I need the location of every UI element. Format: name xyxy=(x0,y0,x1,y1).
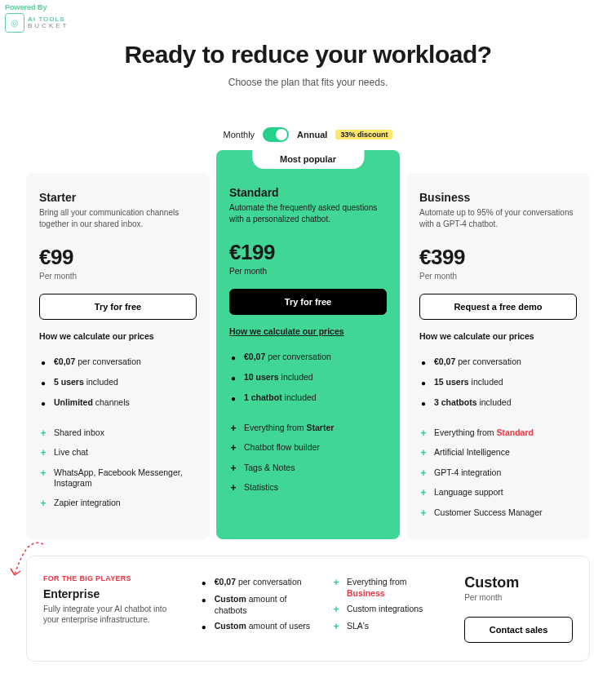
plan-price: €99 xyxy=(39,245,197,270)
contact-sales-button[interactable]: Contact sales xyxy=(464,617,573,643)
stat-item: ●€0,07 per conversation xyxy=(39,352,197,373)
plan-name: Starter xyxy=(39,191,197,204)
calc-link[interactable]: How we calculate our prices xyxy=(229,326,387,336)
feature-item: +Everything from Business xyxy=(332,574,446,601)
feature-item: +Customer Success Manager xyxy=(419,503,577,523)
robot-icon: ◎ xyxy=(5,13,24,33)
page-title: Ready to reduce your workload? xyxy=(26,41,590,69)
stat-item: ●€0,07 per conversation xyxy=(229,348,387,368)
stat-item: ●15 users included xyxy=(419,373,577,393)
try-free-button[interactable]: Try for free xyxy=(229,289,387,315)
plan-period: Per month xyxy=(464,593,573,602)
stat-item: ●€0,07 per conversation xyxy=(419,352,577,373)
stat-item: ●3 chatbots included xyxy=(419,393,577,414)
popular-badge: Most popular xyxy=(252,149,364,169)
calc-link[interactable]: How we calculate our prices xyxy=(419,331,577,341)
calc-link[interactable]: How we calculate our prices xyxy=(39,331,197,341)
enterprise-price: Custom xyxy=(464,574,573,591)
plan-desc: Fully integrate your AI chatbot into you… xyxy=(43,604,182,626)
stat-item: ●10 users included xyxy=(229,368,387,388)
feature-item: +Everything from Standard xyxy=(419,423,577,443)
page-subtitle: Choose the plan that fits your needs. xyxy=(26,77,590,88)
plan-starter: Starter Bring all your communication cha… xyxy=(26,173,210,539)
plan-name: Standard xyxy=(229,186,387,199)
feature-item: +Custom integrations xyxy=(332,601,446,618)
stat-item: ●Custom amount of users xyxy=(200,618,314,635)
arrow-decoration-icon xyxy=(2,536,51,585)
annual-label: Annual xyxy=(297,130,327,139)
plan-desc: Bring all your communication channels to… xyxy=(39,207,197,230)
plan-desc: Automate the frequently asked questions … xyxy=(229,202,387,225)
feature-item: +SLA's xyxy=(332,618,446,635)
feature-item: +WhatsApp, Facebook Messenger, Instagram xyxy=(39,463,197,494)
feature-item: +Chatbot flow builder xyxy=(229,438,387,458)
plan-price: €399 xyxy=(419,245,577,270)
feature-item: +Statistics xyxy=(229,478,387,498)
brand-logo[interactable]: ◎ AI TOOLS BUCKET xyxy=(5,13,69,33)
plan-enterprise: FOR THE BIG PLAYERS Enterprise Fully int… xyxy=(26,556,590,662)
feature-item: +Artificial Intelligence xyxy=(419,443,577,463)
stat-item: ●5 users included xyxy=(39,373,197,393)
discount-badge: 33% discount xyxy=(335,130,392,139)
try-free-button[interactable]: Try for free xyxy=(39,294,197,320)
plan-period: Per month xyxy=(39,272,197,281)
billing-toggle[interactable] xyxy=(263,127,289,142)
plan-standard: Most popular Standard Automate the frequ… xyxy=(216,150,400,539)
stat-item: ●Custom amount of chatbots xyxy=(200,591,314,618)
plan-name: Enterprise xyxy=(43,587,182,600)
feature-item: +Zapier integration xyxy=(39,494,197,513)
plan-price: €199 xyxy=(229,240,387,265)
feature-item: +Tags & Notes xyxy=(229,458,387,478)
plan-period: Per month xyxy=(229,267,387,276)
feature-item: +Language support xyxy=(419,483,577,503)
plan-name: Business xyxy=(419,191,577,204)
feature-item: +Everything from Starter xyxy=(229,418,387,438)
monthly-label: Monthly xyxy=(224,130,255,139)
stat-item: ●Unlimited channels xyxy=(39,393,197,414)
stat-item: ●1 chatbot included xyxy=(229,388,387,409)
plan-period: Per month xyxy=(419,272,577,281)
plan-desc: Automate up to 95% of your conversations… xyxy=(419,207,577,230)
enterprise-label: FOR THE BIG PLAYERS xyxy=(43,574,182,582)
feature-item: +Live chat xyxy=(39,443,197,463)
powered-by-label: Powered By xyxy=(5,3,47,11)
logo-text: AI TOOLS BUCKET xyxy=(28,16,69,29)
billing-toggle-row: Monthly Annual 33% discount xyxy=(26,127,590,142)
plan-business: Business Automate up to 95% of your conv… xyxy=(406,173,590,539)
stat-item: ●€0,07 per conversation xyxy=(200,574,314,591)
feature-item: +Shared inbox xyxy=(39,423,197,443)
feature-item: +GPT-4 integration xyxy=(419,463,577,483)
request-demo-button[interactable]: Request a free demo xyxy=(419,294,577,320)
